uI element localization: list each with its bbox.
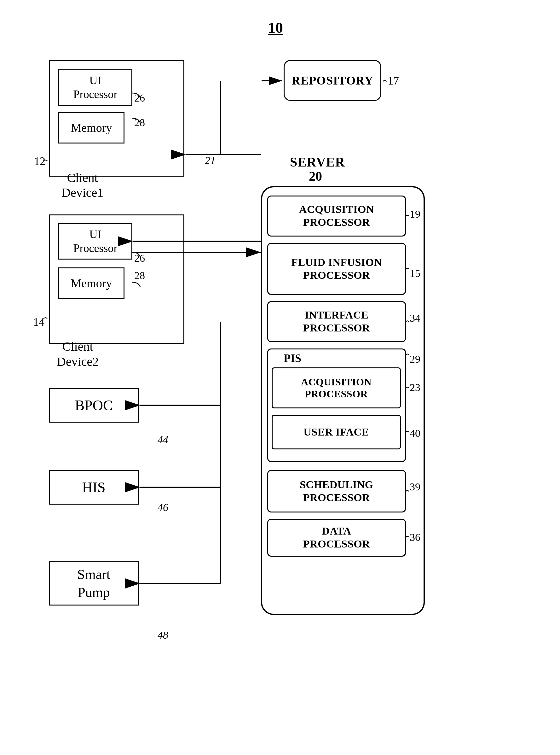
scheduling-processor-box: SCHEDULING PROCESSOR	[267, 470, 406, 512]
repository-box: REPOSITORY	[284, 60, 381, 101]
client1-label28: 28	[134, 117, 145, 129]
client2-label: Client Device2	[57, 339, 99, 369]
client1-ref-num: 12	[34, 155, 45, 168]
client1-memory: Memory	[58, 112, 124, 143]
pis-label: PIS	[284, 352, 301, 365]
client1-label26: 26	[134, 92, 145, 104]
client1-label: Client Device1	[61, 170, 103, 200]
acquisition-processor-box: ACQUISITION PROCESSOR	[267, 195, 406, 236]
connector-label-21: 21	[205, 155, 216, 167]
pis-ref-num: 29	[410, 353, 420, 365]
interface-processor-box: INTERFACE PROCESSOR	[267, 301, 406, 342]
client2-ref-num: 14	[33, 315, 44, 329]
connector-label-46: 46	[158, 501, 168, 514]
repository-ref-num: 17	[387, 74, 399, 88]
connector-label-44: 44	[158, 434, 168, 446]
iface-proc-ref-num: 34	[410, 312, 420, 324]
client2-label28: 28	[134, 270, 145, 282]
client2-ui-processor: UI Processor	[58, 223, 132, 259]
client1-ui-processor: UI Processor	[58, 70, 132, 105]
server-num: 20	[309, 169, 322, 184]
fluid-proc-ref-num: 15	[410, 267, 420, 279]
user-iface-ref-num: 40	[410, 427, 420, 439]
data-processor-box: DATA PROCESSOR	[267, 519, 406, 557]
client2-memory: Memory	[58, 267, 124, 299]
user-iface-box: USER IFACE	[272, 415, 401, 449]
smart-pump-box: Smart Pump	[49, 561, 139, 605]
client2-label26: 26	[134, 252, 145, 264]
acq-proc-ref-num: 19	[410, 208, 420, 220]
bpoc-box: BPOC	[49, 388, 139, 423]
server-label: SERVER	[290, 155, 345, 170]
pis-acq-ref-num: 23	[410, 382, 420, 393]
sched-proc-ref-num: 39	[410, 481, 420, 493]
his-box: HIS	[49, 470, 139, 505]
diagram: 10 UI Processor Memory Client Device1 12…	[0, 0, 560, 755]
data-proc-ref-num: 36	[410, 531, 420, 543]
fluid-infusion-processor-box: FLUID INFUSION PROCESSOR	[267, 243, 406, 295]
connector-label-48: 48	[158, 629, 168, 641]
pis-acquisition-processor-box: ACQUISITION PROCESSOR	[272, 367, 401, 408]
figure-number: 10	[268, 19, 283, 36]
